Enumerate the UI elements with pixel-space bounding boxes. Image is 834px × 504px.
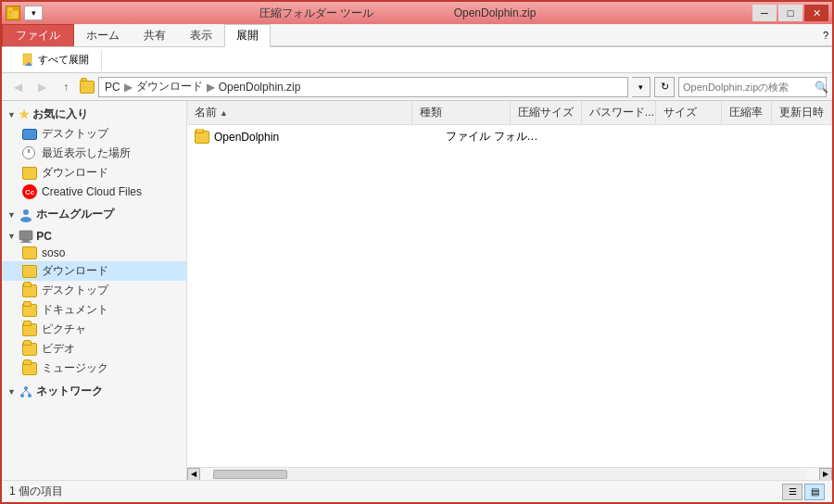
creative-cloud-icon: Cc	[22, 184, 37, 199]
videos-folder-icon	[22, 343, 37, 356]
desktop2-label: デスクトップ	[42, 283, 108, 298]
address-folder-icon	[80, 81, 95, 94]
svg-rect-9	[20, 242, 32, 243]
svg-point-10	[24, 386, 28, 390]
col-header-date[interactable]: 更新日時	[772, 101, 832, 124]
recent-icon	[22, 146, 37, 161]
ribbon-help-btn[interactable]: ?	[823, 30, 828, 41]
extract-icon	[21, 53, 36, 68]
h-scroll-right-btn[interactable]: ▶	[819, 468, 832, 481]
col-header-name[interactable]: 名前 ▲	[187, 101, 412, 124]
network-header[interactable]: ▼ ネットワーク	[2, 382, 186, 401]
pictures-folder-icon	[22, 323, 37, 336]
creative-cloud-label: Creative Cloud Files	[42, 185, 142, 198]
quick-access-btn[interactable]: ▾	[24, 6, 43, 20]
sidebar-item-downloads2[interactable]: ダウンロード	[2, 261, 186, 281]
col-header-type[interactable]: 種類	[412, 101, 511, 124]
up-button[interactable]: ↑	[56, 77, 76, 97]
sidebar-item-music[interactable]: ミュージック	[2, 359, 186, 378]
forward-button[interactable]: ▶	[32, 77, 52, 97]
network-icon	[19, 384, 33, 399]
downloads2-label: ダウンロード	[42, 263, 108, 279]
pictures-label: ピクチャ	[42, 321, 86, 337]
file-type-cell: ファイル フォルダー	[438, 127, 547, 146]
tab-extract[interactable]: 展開	[224, 24, 271, 47]
svg-rect-8	[22, 240, 30, 242]
extract-all-btn[interactable]: すべて展開	[15, 50, 95, 70]
h-scrollbar-thumb[interactable]	[213, 470, 287, 479]
back-button[interactable]: ◀	[7, 77, 28, 97]
table-row[interactable]: OpenDolphin ファイル フォルダー	[187, 125, 832, 148]
desktop-folder-icon	[22, 129, 37, 140]
refresh-button[interactable]: ↻	[654, 77, 675, 97]
favorites-header[interactable]: ▼ ★ お気に入り	[2, 105, 186, 124]
sidebar-item-recent[interactable]: 最近表示した場所	[2, 144, 186, 163]
col-header-password[interactable]: パスワード...	[582, 101, 656, 124]
ribbon-group-extract: すべて展開	[9, 50, 102, 70]
network-section: ▼ ネットワーク	[2, 382, 186, 401]
sidebar-item-pictures[interactable]: ピクチャ	[2, 320, 186, 339]
search-button[interactable]: 🔍	[815, 78, 828, 96]
tab-share[interactable]: 共有	[132, 24, 178, 46]
path-zip[interactable]: OpenDolphin.zip	[219, 81, 301, 94]
sort-arrow-name: ▲	[220, 108, 228, 118]
search-input[interactable]	[679, 82, 815, 93]
close-button[interactable]: ✕	[804, 5, 828, 21]
sidebar-item-creative-cloud[interactable]: Cc Creative Cloud Files	[2, 183, 186, 201]
file-size-cell	[691, 135, 764, 139]
pc-header[interactable]: ▼ PC	[2, 228, 186, 245]
tab-view[interactable]: 表示	[178, 24, 224, 46]
file-password-cell	[619, 135, 691, 139]
documents-folder-icon	[22, 304, 37, 317]
user-folder-icon	[22, 246, 37, 259]
svg-point-6	[20, 217, 32, 222]
ribbon-tabs: ファイル ホーム 共有 表示 展開 ?	[2, 24, 832, 47]
homegroup-header[interactable]: ▼ ホームグループ	[2, 205, 186, 224]
address-bar: ◀ ▶ ↑ PC ▶ ダウンロード ▶ OpenDolphin.zip ▾ ↻ …	[2, 73, 832, 101]
column-headers: 名前 ▲ 種類 圧縮サイズ パスワード... サイズ 圧縮率	[187, 101, 832, 125]
network-label: ネットワーク	[36, 384, 103, 399]
tab-file[interactable]: ファイル	[2, 24, 74, 46]
minimize-button[interactable]: ─	[752, 5, 777, 21]
homegroup-section: ▼ ホームグループ	[2, 205, 186, 224]
favorites-section: ▼ ★ お気に入り デスクトップ 最近表示した場所 ダ	[2, 105, 186, 201]
tab-home[interactable]: ホーム	[74, 24, 132, 46]
h-scroll-left-btn[interactable]: ◀	[187, 468, 200, 481]
list-view-button[interactable]: ☰	[782, 484, 802, 500]
music-label: ミュージック	[42, 360, 108, 376]
svg-point-5	[23, 209, 29, 215]
status-bar: 1 個の項目 ☰ ▤	[2, 480, 832, 502]
details-view-button[interactable]: ▤	[804, 484, 825, 500]
title-bar-left: Z ▾	[6, 6, 43, 20]
homegroup-label: ホームグループ	[36, 207, 114, 222]
downloads-label: ダウンロード	[42, 165, 108, 181]
path-dropdown[interactable]: ▾	[632, 77, 651, 97]
sidebar-item-documents[interactable]: ドキュメント	[2, 300, 186, 320]
maximize-button[interactable]: □	[778, 5, 802, 21]
sidebar-item-user[interactable]: soso	[2, 245, 186, 261]
path-pc[interactable]: PC	[105, 81, 120, 94]
content-area: 名前 ▲ 種類 圧縮サイズ パスワード... サイズ 圧縮率	[187, 101, 832, 480]
favorites-expand-icon: ▼	[7, 110, 16, 120]
app-icon: Z	[6, 6, 20, 20]
path-downloads[interactable]: ダウンロード	[136, 79, 203, 94]
window-controls: ─ □ ✕	[752, 5, 828, 21]
col-header-compressed[interactable]: 圧縮サイズ	[511, 101, 582, 124]
file-name-cell: OpenDolphin	[187, 129, 438, 145]
sidebar-item-downloads[interactable]: ダウンロード	[2, 163, 186, 183]
search-box: 🔍	[678, 77, 827, 97]
title-bar: Z ▾ 圧縮フォルダー ツール OpenDolphin.zip ─ □ ✕	[2, 2, 832, 24]
col-header-size[interactable]: サイズ	[656, 101, 722, 124]
sidebar-item-videos[interactable]: ビデオ	[2, 339, 186, 359]
sidebar-item-desktop2[interactable]: デスクトップ	[2, 281, 186, 300]
col-header-ratio[interactable]: 圧縮率	[722, 101, 772, 124]
svg-line-14	[26, 390, 30, 394]
documents-label: ドキュメント	[42, 302, 108, 318]
downloads2-folder-icon	[22, 265, 37, 278]
network-expand-icon: ▼	[7, 387, 16, 397]
address-path: PC ▶ ダウンロード ▶ OpenDolphin.zip	[98, 77, 628, 97]
view-buttons: ☰ ▤	[782, 484, 825, 500]
sidebar-item-desktop[interactable]: デスクトップ	[2, 124, 186, 144]
pc-icon	[19, 230, 33, 243]
favorites-label: お気に入り	[32, 107, 88, 122]
